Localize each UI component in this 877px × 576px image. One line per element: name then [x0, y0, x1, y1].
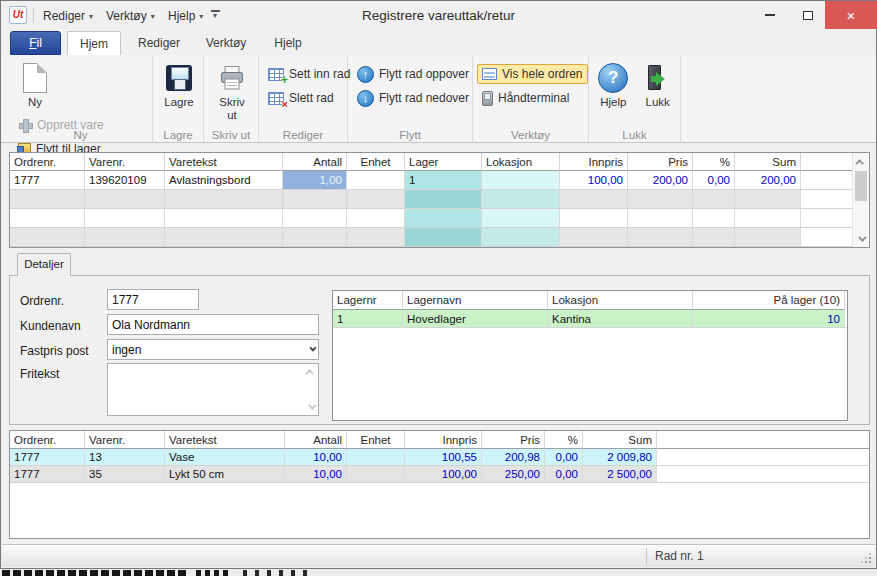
grid-cell[interactable]: 0,00 [545, 466, 583, 482]
grid-cell[interactable]: Hovedlager [403, 310, 548, 327]
grid-header-cell[interactable]: Ordrenr. [10, 431, 85, 449]
grid-cell[interactable]: 100,00 [560, 171, 628, 189]
fastpris-dropdown[interactable]: ingen [107, 339, 319, 360]
tab-detaljer[interactable]: Detaljer [17, 253, 71, 276]
sett-inn-rad-button[interactable]: + Sett inn rad [263, 64, 355, 84]
vis-hele-ordren-toggle[interactable]: Vis hele ordren [477, 64, 588, 84]
grid-cell[interactable] [283, 228, 347, 246]
grid-cell[interactable]: 10,00 [285, 449, 347, 465]
grid-header-cell[interactable]: Ordrenr. [10, 153, 85, 171]
tab-rediger[interactable]: Rediger [127, 31, 191, 55]
grid-cell[interactable]: 1777 [10, 449, 85, 465]
scroll-down-button[interactable] [853, 231, 869, 246]
grid-cell[interactable]: 1 [405, 171, 482, 189]
grid-header-cell[interactable]: % [693, 153, 735, 171]
grid-cell[interactable]: Lykt 50 cm [165, 466, 285, 482]
quick-access-customize-icon[interactable]: ▾ [209, 10, 221, 21]
grid-cell[interactable]: 0,00 [693, 171, 735, 189]
menu-verktoy[interactable]: Verktøy ▾ [102, 1, 159, 30]
ordrenr-field[interactable] [107, 289, 199, 310]
tab-hjem[interactable]: Hjem [67, 31, 121, 55]
grid-header-cell[interactable]: Innpris [405, 431, 482, 449]
grid-cell[interactable] [10, 190, 85, 208]
grid-cell[interactable]: Avlastningsbord [165, 171, 283, 189]
scroll-up-button[interactable] [853, 154, 869, 169]
grid-cell[interactable] [405, 209, 482, 227]
grid-cell[interactable] [347, 466, 405, 482]
lagre-button[interactable]: Lagre [157, 58, 201, 109]
grid-cell[interactable] [347, 228, 405, 246]
slett-rad-button[interactable]: × Slett rad [263, 88, 355, 108]
fritekst-field[interactable] [107, 363, 319, 416]
grid-cell[interactable] [10, 228, 85, 246]
close-button[interactable]: × [825, 1, 877, 29]
grid-cell[interactable]: 35 [85, 466, 165, 482]
grid-cell[interactable] [347, 190, 405, 208]
grid-header-cell[interactable]: Sum [583, 431, 657, 449]
grid-cell[interactable] [165, 209, 283, 227]
hjelp-button[interactable]: ? Hjelp [593, 58, 633, 109]
grid-header-cell[interactable]: Lager [405, 153, 482, 171]
grid-cell[interactable]: 1777 [10, 171, 85, 189]
grid-cell[interactable]: 10 [693, 310, 845, 327]
grid-cell[interactable]: 2 009,80 [583, 449, 657, 465]
grid-cell[interactable] [735, 190, 801, 208]
grid-header-cell[interactable]: Lagernr [333, 291, 403, 310]
grid-cell[interactable] [735, 209, 801, 227]
grid-cell[interactable]: 139620109 [85, 171, 165, 189]
grid-header-cell[interactable]: Enhet [347, 431, 405, 449]
grid-cell[interactable]: 200,00 [735, 171, 801, 189]
grid-cell[interactable] [405, 228, 482, 246]
app-icon[interactable]: Ut [9, 6, 27, 24]
grid-cell[interactable]: Kantina [548, 310, 693, 327]
grid-cell[interactable] [560, 209, 628, 227]
grid-header-cell[interactable]: Innpris [560, 153, 628, 171]
grid-cell[interactable]: 1,00 [283, 171, 347, 189]
menu-hjelp[interactable]: Hjelp ▾ [164, 1, 207, 30]
ny-button[interactable]: Ny [13, 58, 57, 109]
top-grid-scrollbar[interactable] [852, 153, 869, 247]
skriv-ut-button[interactable]: Skriv ut [213, 58, 251, 122]
minimize-button[interactable] [753, 1, 787, 29]
grid-header-cell[interactable]: Antall [285, 431, 347, 449]
grid-cell[interactable]: 0,00 [545, 449, 583, 465]
grid-header-cell[interactable]: Lokasjon [548, 291, 693, 310]
grid-cell[interactable] [693, 209, 735, 227]
grid-header-cell[interactable]: Varenr. [85, 431, 165, 449]
maximize-button[interactable] [791, 1, 825, 29]
grid-cell[interactable]: 13 [85, 449, 165, 465]
grid-cell[interactable] [735, 228, 801, 246]
tab-verktoy[interactable]: Verktøy [195, 31, 257, 55]
grid-header-cell[interactable]: % [545, 431, 583, 449]
grid-cell[interactable] [405, 190, 482, 208]
menu-rediger[interactable]: Rediger ▾ [39, 1, 97, 30]
grid-cell[interactable] [283, 209, 347, 227]
grid-cell[interactable]: 1777 [10, 466, 85, 482]
grid-header-cell[interactable]: Lokasjon [482, 153, 560, 171]
grid-header-cell[interactable]: Varenr. [85, 153, 165, 171]
grid-cell[interactable] [693, 190, 735, 208]
grid-cell[interactable] [482, 209, 560, 227]
grid-cell[interactable]: 200,00 [628, 171, 693, 189]
tab-fil[interactable]: Fil [10, 31, 61, 55]
grid-cell[interactable]: 2 500,00 [583, 466, 657, 482]
grid-cell[interactable] [85, 190, 165, 208]
tab-hjelp[interactable]: Hjelp [263, 31, 313, 55]
grid-cell[interactable] [560, 190, 628, 208]
grid-cell[interactable] [482, 190, 560, 208]
lukk-button[interactable]: Lukk [638, 58, 678, 109]
grid-header-cell[interactable]: Varetekst [165, 153, 283, 171]
grid-cell[interactable] [347, 449, 405, 465]
grid-cell[interactable] [283, 190, 347, 208]
grid-cell[interactable] [628, 228, 693, 246]
grid-cell[interactable]: 250,00 [482, 466, 545, 482]
grid-cell[interactable] [85, 209, 165, 227]
grid-header-cell[interactable]: Pris [482, 431, 545, 449]
flytt-rad-nedover-button[interactable]: ↓ Flytt rad nedover [352, 88, 474, 108]
kundenavn-field[interactable] [107, 314, 319, 335]
grid-header-cell[interactable]: Varetekst [165, 431, 285, 449]
grid-header-cell[interactable]: Antall [283, 153, 347, 171]
grid-header-cell[interactable]: Sum [735, 153, 801, 171]
grid-cell[interactable] [10, 209, 85, 227]
grid-cell[interactable] [628, 190, 693, 208]
